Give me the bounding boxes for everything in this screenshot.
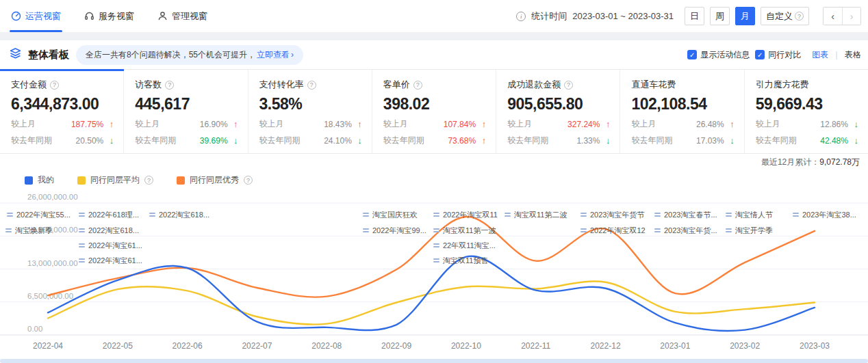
kpi-card[interactable]: 客单价?398.02较上月107.84%↑较去年同期73.68%↑ [372,70,496,153]
comparison-label: 较去年同期 [756,135,821,146]
kpi-card[interactable]: 支付金额?6,344,873.00较上月187.75%↑较去年同期20.50%↓ [0,70,124,153]
kpi-card[interactable]: 直通车花费102,108.54较上月26.48%↑较去年同期17.03%↓ [620,70,744,153]
period-button-自定义[interactable]: 自定义? [761,7,809,25]
legend-item[interactable]: 同行同层平均? [77,174,153,186]
checkbox-checked-icon[interactable]: ✓ [755,50,765,59]
activity-annotation: 2022年618理... [79,210,139,220]
comparison-label: 较去年同期 [631,135,696,146]
help-icon: ? [50,81,59,90]
chart-view-button[interactable]: 图表 [812,49,828,61]
activity-annotation: 2022年淘宝双11 [433,210,498,220]
chart-scrollbar[interactable] [0,359,868,363]
help-icon: ? [564,81,573,90]
annotation-marker-icon [79,243,85,248]
kpi-card[interactable]: 成功退款金额?905,655.80较上月327.24%↑较去年同期1.33%↓ [496,70,620,153]
table-view-button[interactable]: 表格 [845,49,861,61]
annotation-text: 淘宝开学季 [735,226,773,236]
comparison-label: 较上月 [756,118,821,130]
activity-annotation: 2022年淘宝双12 [580,226,646,236]
comparison-value: 187.75% [71,120,103,129]
annotation-text: 2022年618理... [88,210,139,220]
annotation-text: 淘宝双11第二波 [514,210,567,220]
yoy-comparison: 较去年同期73.68%↑ [383,135,486,146]
activity-annotation: 淘宝双11第一波 [433,226,496,236]
mom-comparison: 较上月107.84%↑ [383,118,486,130]
comparison-value: 107.84% [444,120,476,129]
annotation-marker-icon [79,258,85,263]
annotation-text: 2023淘宝年货... [664,226,717,236]
y-axis-tick-label: 26,000,000.00 [27,193,78,201]
annotation-marker-icon [433,228,439,233]
comparison-value: 18.43% [324,120,352,129]
annotation-marker-icon [793,213,799,217]
yoy-comparison: 较去年同期42.48%↓ [756,135,858,146]
comparison-value: 24.10% [324,136,352,146]
comparison-value: 26.48% [696,120,724,129]
annotation-marker-icon [79,228,85,233]
annotation-marker-icon [726,213,732,217]
layers-icon [10,48,21,62]
kpi-card-strip: 支付金额?6,344,873.00较上月187.75%↑较去年同期20.50%↓… [0,69,868,154]
comparison-value: 16.90% [200,120,228,129]
kpi-card[interactable]: 支付转化率?3.58%较上月18.43%↑较去年同期24.10%↓ [248,70,372,153]
period-pager: ‹› [823,7,861,25]
kpi-card-value: 6,344,873.00 [11,95,114,113]
annotation-text: 2023年淘宝38... [802,210,856,220]
next-period-button[interactable]: › [842,8,860,25]
comparison-label: 较上月 [259,118,324,130]
checkbox-checked-icon[interactable]: ✓ [687,50,697,59]
annotation-marker-icon [654,228,661,233]
nav-tab-headset[interactable]: 服务视窗 [83,0,136,32]
view-now-link[interactable]: 立即查看 [257,49,290,61]
gauge-icon [11,11,21,21]
activity-annotation: 淘宝开学季 [726,226,773,236]
x-axis-tick-label: 2023-01 [660,341,690,351]
annotation-marker-icon [433,213,439,217]
annotation-text: 2022淘宝618... [159,210,209,220]
kpi-card-value: 905,655.80 [507,95,610,113]
y-axis-tick-label: 13,000,000.00 [27,259,78,267]
nav-tab-gauge[interactable]: 运营视窗 [10,0,62,32]
yoy-comparison: 较去年同期17.03%↓ [631,135,734,146]
arrow-up-icon: ↑ [476,135,486,146]
legend-swatch [177,176,185,185]
activity-annotation: 2022年淘宝61... [79,256,142,266]
kpi-card[interactable]: 访客数?445,617较上月16.90%↑较去年同期39.69%↓ [124,70,248,153]
kpi-card-title: 支付转化率? [259,79,362,91]
kpi-card-title: 引力魔方花费 [756,79,858,91]
annotation-text: 淘宝双11第一波 [443,226,496,236]
legend-item[interactable]: 我的 [25,174,54,186]
x-axis-tick-label: 2022-04 [33,341,63,351]
period-button-日[interactable]: 日 [685,7,704,25]
period-button-月[interactable]: 月 [735,7,755,25]
x-axis-tick-label: 2022-09 [381,341,411,351]
comparison-label: 较上月 [11,118,71,130]
annotation-text: 2023淘宝年货节 [590,210,644,220]
toggle-label: 同行对比 [768,49,801,61]
x-axis-tick-label: 2022-10 [451,341,481,351]
activity-annotation: 2023淘宝年货节 [580,210,644,220]
annotation-marker-icon [79,213,85,217]
kpi-card-title: 客单价? [383,79,486,91]
x-axis-tick-label: 2023-03 [800,341,830,351]
activity-annotation: 2022年淘宝55... [7,210,71,220]
help-icon: ? [795,12,804,21]
period-button-周[interactable]: 周 [710,7,730,25]
x-axis-tick-label: 2022-06 [173,341,203,351]
yoy-comparison: 较去年同期39.69%↓ [135,135,238,146]
summary-label: 最近12月累计： [761,157,819,168]
prev-period-button[interactable]: ‹ [824,8,842,25]
nav-tab-person[interactable]: 管理视窗 [156,0,209,32]
comparison-value: 17.03% [696,136,724,146]
issues-banner: 全店一共有8个问题待解决，55个机会可提升， 立即查看 › [76,45,303,65]
activity-annotation: 2022淘宝618... [79,226,139,236]
legend-item[interactable]: 同行同层优秀? [177,174,253,186]
kpi-card[interactable]: 引力魔方花费59,669.43较上月12.86%↓较去年同期42.48%↓ [745,70,868,153]
activity-annotation: 2023淘宝春节... [654,210,717,220]
annotation-text: 2022年淘宝双11 [443,210,498,220]
trend-chart: 0.006,500,000.0013,000,000.0019,500,000.… [0,190,868,363]
link-arrow-icon[interactable]: › [291,50,294,59]
chart-toggles: ✓显示活动信息✓同行对比 [682,49,801,61]
arrow-up-icon: ↑ [724,119,735,129]
kpi-title-text: 访客数 [135,79,162,91]
